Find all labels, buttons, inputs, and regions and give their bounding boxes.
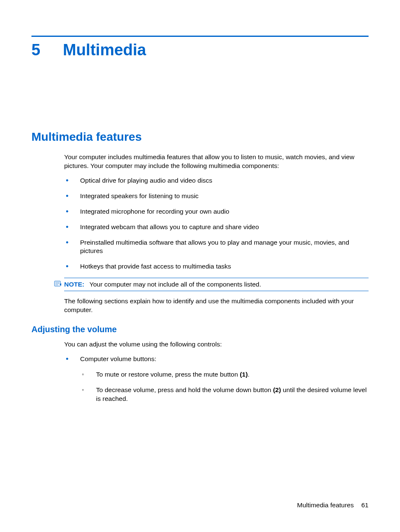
section-intro: Your computer includes multimedia featur… xyxy=(64,153,369,170)
list-item-text: Computer volume buttons: xyxy=(80,355,156,362)
note-icon xyxy=(54,280,62,287)
feature-list: Optical drive for playing audio and vide… xyxy=(64,176,369,271)
chapter-header: 5 Multimedia xyxy=(31,41,369,59)
volume-controls-list: Computer volume buttons: To mute or rest… xyxy=(64,355,369,403)
list-item: Integrated microphone for recording your… xyxy=(64,207,369,216)
page-footer: Multimedia features61 xyxy=(297,501,369,509)
subsection-heading: Adjusting the volume xyxy=(31,325,369,334)
list-item: Computer volume buttons: To mute or rest… xyxy=(64,355,369,403)
list-item: Hotkeys that provide fast access to mult… xyxy=(64,262,369,271)
button-ref: (2) xyxy=(273,386,281,393)
section-heading: Multimedia features xyxy=(31,130,369,144)
section-outro: The following sections explain how to id… xyxy=(64,297,369,315)
note-label: NOTE: xyxy=(64,281,84,288)
note-text: Your computer may not include all of the… xyxy=(89,281,261,288)
footer-section-name: Multimedia features xyxy=(297,501,353,509)
subsection-intro: You can adjust the volume using the foll… xyxy=(64,340,369,349)
document-page: 5 Multimedia Multimedia features Your co… xyxy=(0,0,400,532)
page-number: 61 xyxy=(361,501,369,509)
list-item: Integrated webcam that allows you to cap… xyxy=(64,223,369,232)
note-box: NOTE:Your computer may not include all o… xyxy=(64,278,369,291)
list-item: Preinstalled multimedia software that al… xyxy=(64,238,369,256)
chapter-number: 5 xyxy=(31,41,63,59)
button-ref: (1) xyxy=(240,371,248,378)
chapter-rule xyxy=(31,36,369,37)
chapter-title: Multimedia xyxy=(63,41,146,59)
list-item: Optical drive for playing audio and vide… xyxy=(64,176,369,185)
list-item: Integrated speakers for listening to mus… xyxy=(64,192,369,201)
sub-list-item: To decrease volume, press and hold the v… xyxy=(80,386,369,403)
sub-list: To mute or restore volume, press the mut… xyxy=(80,370,369,403)
sub-list-item: To mute or restore volume, press the mut… xyxy=(80,370,369,379)
